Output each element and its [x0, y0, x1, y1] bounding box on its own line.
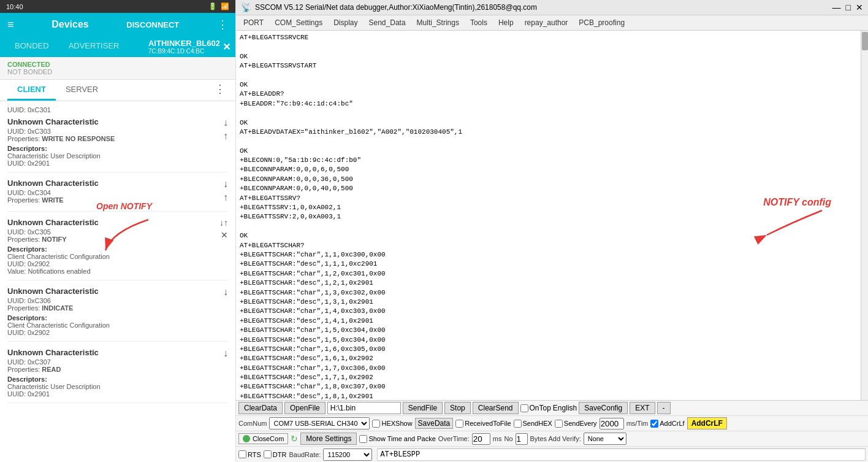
char-c306-prop: Properties: INDICATE [7, 304, 223, 312]
sendhex-label: SendHEX [514, 420, 552, 428]
send-file-button[interactable]: SendFile [403, 402, 443, 414]
open-notify-label: Open NOTIFY [96, 201, 152, 211]
send-every-value-input[interactable] [600, 418, 624, 429]
char-c306-download-icon[interactable]: ↓ [223, 287, 228, 297]
tab-advertiser[interactable]: ADVERTISER [59, 36, 129, 57]
close-com-button[interactable]: CloseCom [238, 433, 288, 444]
dtr-checkbox[interactable] [264, 450, 272, 458]
char-c305-desc-uuid: UUID: 0x2902 [7, 260, 219, 268]
char-c307-prop: Properties: READ [7, 366, 223, 373]
char-c303-prop: Properties: WRITE NO RESPONSE [7, 135, 223, 142]
menu-bar: PORT COM_Settings Display Send_Data Mult… [236, 15, 868, 31]
com-select[interactable]: COM7 USB-SERIAL CH340 [269, 417, 370, 429]
menu-tools[interactable]: Tools [465, 17, 492, 29]
left-panel: 10:40 🔋 📶 ≡ Devices DISCONNECT ⋮ BONDED … [0, 0, 236, 462]
close-device-button[interactable]: ✕ [223, 41, 230, 53]
char-c306-desc-label: Descriptors: [7, 314, 223, 321]
char-c305-close-icon[interactable]: ✕ [221, 230, 228, 240]
maximize-button[interactable]: □ [846, 2, 851, 12]
char-c303-upload-icon[interactable]: ↑ [223, 131, 228, 142]
characteristic-c303: Unknown Characteristic UUID: 0xC303 Prop… [7, 117, 228, 172]
no-value-input[interactable] [516, 433, 528, 445]
clear-send-button[interactable]: ClearSend [473, 402, 519, 414]
menu-send-data[interactable]: Send_Data [364, 17, 411, 29]
com-settings-row: ComNum COM7 USB-SERIAL CH340 HEXShow Sav… [236, 415, 868, 431]
tab-bonded[interactable]: BONDED [5, 36, 59, 57]
dtr-label: DTR [264, 450, 287, 458]
cs-more-icon[interactable]: ⋮ [212, 80, 228, 101]
save-config-button[interactable]: SaveConfig [579, 402, 628, 414]
char-c304-download-icon[interactable]: ↓ [223, 179, 228, 190]
scrollbar-thumb[interactable] [862, 32, 868, 50]
rts-checkbox[interactable] [238, 450, 246, 458]
more-options-icon[interactable]: ⋮ [217, 18, 228, 31]
terminal-scrollbar[interactable] [861, 31, 868, 400]
received-to-file-checkbox[interactable] [455, 420, 463, 428]
char-c307-download-icon[interactable]: ↓ [223, 348, 228, 358]
menu-com-settings[interactable]: COM_Settings [270, 17, 327, 29]
right-panel: 📡 SSCOM V5.12 Serial/Net data debugger,A… [236, 0, 868, 462]
sendhex-checkbox[interactable] [514, 420, 522, 428]
open-notify-arrow [93, 207, 154, 256]
menu-help[interactable]: Help [493, 17, 519, 29]
close-com-row: CloseCom ↻ More Settings Show Time and P… [236, 431, 868, 446]
menu-multi-strings[interactable]: Multi_Strings [412, 17, 464, 29]
send-input[interactable] [377, 449, 866, 461]
char-c306-title: Unknown Characteristic [7, 287, 223, 296]
tab-server[interactable]: SERVER [56, 80, 108, 101]
char-c307-title: Unknown Characteristic [7, 348, 223, 357]
clear-data-button[interactable]: ClearData [238, 402, 283, 414]
show-time-label: Show Time and Packe [359, 435, 435, 443]
hamburger-icon[interactable]: ≡ [7, 18, 14, 31]
characteristic-c305: Unknown Characteristic UUID: 0xC305 Prop… [7, 218, 228, 280]
ms-tim-label: ms/Tim [626, 420, 649, 427]
more-settings-button[interactable]: More Settings [300, 433, 357, 445]
send-input-area [377, 448, 866, 461]
refresh-icon[interactable]: ↻ [291, 434, 298, 444]
time-display: 10:40 [6, 3, 23, 10]
char-c306-uuid: UUID: 0xC306 [7, 297, 223, 304]
com-status-indicator [243, 435, 250, 442]
ms-label: ms [493, 435, 502, 442]
open-file-button[interactable]: OpenFile [284, 402, 326, 414]
menu-port[interactable]: PORT [238, 17, 268, 29]
minus-button[interactable]: - [657, 402, 671, 414]
hexshow-checkbox[interactable] [372, 420, 380, 428]
status-icons: 🔋 📶 [208, 2, 229, 10]
char-c306-desc-uuid: UUID: 0x2902 [7, 329, 223, 336]
close-window-button[interactable]: ✕ [856, 2, 863, 12]
verify-select[interactable]: None [584, 433, 626, 445]
char-c304-title: Unknown Characteristic [7, 179, 223, 188]
tab-client[interactable]: CLIENT [7, 80, 56, 101]
char-c305-notify-icon[interactable]: ↓↑ [219, 218, 228, 228]
menu-pcb-proofing[interactable]: PCB_proofing [574, 17, 630, 29]
bytes-add-verify-label: Bytes Add Verify: [530, 435, 581, 442]
menu-display[interactable]: Display [329, 17, 362, 29]
characteristic-c307: Unknown Characteristic UUID: 0xC307 Prop… [7, 348, 228, 403]
char-c305-value: Value: Notifications enabled [7, 268, 219, 275]
char-c303-download-icon[interactable]: ↓ [223, 117, 228, 128]
sendevery-checkbox[interactable] [555, 420, 563, 428]
baudrate-select[interactable]: 115200 [323, 449, 372, 461]
show-time-checkbox[interactable] [359, 435, 367, 443]
menu-repay-author[interactable]: repay_author [520, 17, 573, 29]
ext-button[interactable]: EXT [630, 402, 655, 414]
overtime-value-input[interactable] [472, 433, 490, 445]
baudrate-label: BaudRate: [289, 451, 321, 458]
signal-icon: 📶 [221, 2, 229, 10]
stop-button[interactable]: Stop [444, 402, 471, 414]
app-logo-icon: 📡 [241, 2, 251, 12]
overtime-label: OverTime: [438, 435, 470, 442]
minimize-button[interactable]: — [832, 2, 841, 12]
ontop-checkbox[interactable] [520, 404, 528, 412]
addcrlf-button[interactable]: AddCrLF [687, 417, 727, 429]
file-path-input[interactable] [327, 402, 401, 414]
addcrlf-checkbox[interactable] [650, 420, 658, 428]
ontop-label: OnTop [520, 404, 551, 412]
disconnect-button[interactable]: DISCONNECT [126, 20, 179, 29]
sendevery-label: SendEvery [555, 420, 597, 428]
char-c303-desc-label: Descriptors: [7, 145, 223, 152]
save-data-button[interactable]: SaveData [415, 418, 454, 429]
char-c304-upload-icon[interactable]: ↑ [223, 192, 228, 203]
char-c303-desc-name: Characteristic User Description [7, 152, 223, 160]
